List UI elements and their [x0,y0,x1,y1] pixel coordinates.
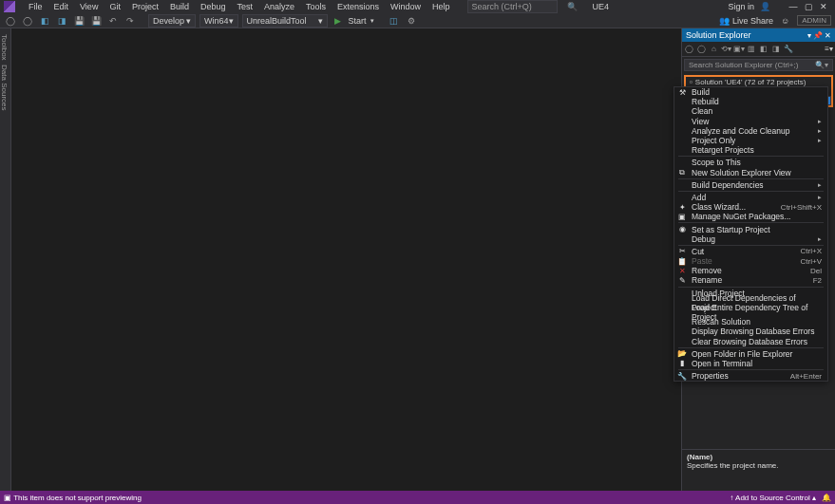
panel-dropdown-icon[interactable]: ▾ [807,31,811,40]
ctx-load-tree[interactable]: Load Entire Dependency Tree of Project [674,308,827,317]
house-icon[interactable]: ⌂ [709,44,719,54]
ctx-rebuild[interactable]: Rebuild [674,97,827,106]
ctx-scope[interactable]: Scope to This [674,158,827,167]
props-icon[interactable]: ◧ [758,44,769,54]
solution-explorer-toolbar: ◯ ◯ ⌂ ⟲▾ ▣▾ ▥ ◧ ◨ 🔧 ≡▾ [682,42,835,57]
search-icon: 🔍▾ [815,61,828,69]
save-all-icon[interactable]: 💾 [89,14,103,28]
config-select[interactable]: Develop▾ [148,14,196,28]
terminal-icon: ▮ [677,359,687,367]
save-icon[interactable]: 💾 [72,14,85,28]
editor-area [11,28,681,491]
sort-icon[interactable]: ≡▾ [825,45,833,53]
ctx-browse-err[interactable]: Display Browsing Database Errors [674,327,827,336]
menu-build[interactable]: Build [164,2,195,11]
ctx-build-deps[interactable]: Build Dependencies▸ [674,180,827,190]
maximize-button[interactable]: ▢ [801,0,816,13]
menu-tools[interactable]: Tools [300,2,332,11]
ctx-paste: 📋PasteCtrl+V [674,256,827,266]
ctx-nuget[interactable]: ▣Manage NuGet Packages... [674,212,827,221]
solution-explorer-header: Solution Explorer ▾ 📌 ✕ [682,28,835,42]
start-label[interactable]: Start [349,16,367,26]
menu-help[interactable]: Help [427,2,456,11]
ctx-retarget[interactable]: Retarget Projects [674,145,827,155]
toolbox-tab[interactable]: Toolbox [0,34,9,61]
feedback-icon[interactable]: ☺ [781,16,789,26]
sign-in-link[interactable]: Sign in [728,2,754,11]
separator [678,369,824,370]
panel-close-icon[interactable]: ✕ [825,31,831,40]
sync-icon[interactable]: ⟲▾ [721,44,731,54]
close-button[interactable]: ✕ [816,0,831,13]
menu-test[interactable]: Test [231,2,258,11]
ctx-analyze[interactable]: Analyze and Code Cleanup▸ [674,126,827,136]
ctx-new-view[interactable]: ⧉New Solution Explorer View [674,168,827,177]
menu-file[interactable]: File [23,2,48,11]
source-control-link[interactable]: ↑ Add to Source Control ▴ [730,494,816,502]
main-toolbar: ◯ ◯ ◧ ◨ 💾 💾 ↶ ↷ Develop▾ Win64▾ UnrealBu… [0,13,835,28]
window-title: UE4 [593,2,610,11]
tree-solution-node[interactable]: ▫ Solution 'UE4' (72 of 72 projects) [686,77,831,86]
start-icon[interactable]: ▶ [332,14,345,28]
left-tool-rail: Toolbox Data Sources [0,28,11,491]
files-icon[interactable]: ▣▾ [733,44,744,54]
ctx-open-folder[interactable]: 📂Open Folder in File Explorer [674,349,827,359]
platform-select[interactable]: Win64▾ [199,14,238,28]
data-sources-tab[interactable]: Data Sources [0,65,9,110]
menu-extensions[interactable]: Extensions [332,2,385,11]
menu-git[interactable]: Git [104,2,126,11]
ctx-class-wizard[interactable]: ✦Class Wizard...Ctrl+Shift+X [674,202,827,212]
ctx-rescan[interactable]: Rescan Solution [674,317,827,327]
ctx-open-terminal[interactable]: ▮Open in Terminal [674,359,827,368]
show-all-icon[interactable]: ▥ [746,44,756,54]
ctx-add[interactable]: Add▸ [674,193,827,202]
redo-icon[interactable]: ↷ [123,14,137,28]
separator [678,287,824,288]
ctx-rename[interactable]: ✎RenameF2 [674,275,827,285]
undo-icon[interactable]: ↶ [106,14,120,28]
menu-edit[interactable]: Edit [48,2,75,11]
step-icon[interactable]: ◫ [388,14,401,28]
menu-view[interactable]: View [74,2,104,11]
panel-pin-icon[interactable]: 📌 [813,31,823,40]
nuget-icon: ▣ [677,213,687,221]
property-name-label: (Name) [687,453,830,461]
ctx-debug[interactable]: Debug▸ [674,234,827,244]
menu-analyze[interactable]: Analyze [258,2,300,11]
ctx-project-only[interactable]: Project Only▸ [674,136,827,145]
ctx-build[interactable]: ⚒Build [674,87,827,97]
separator [678,347,824,348]
open-icon[interactable]: ◨ [55,14,68,28]
cog-icon[interactable]: ⚙ [405,14,418,28]
menu-window[interactable]: Window [385,2,427,11]
solution-search-input[interactable]: Search Solution Explorer (Ctrl+;) 🔍▾ [684,59,833,71]
preview-icon[interactable]: ◨ [770,44,781,54]
live-share-link[interactable]: 👥 Live Share [719,16,773,26]
forward-icon[interactable]: ◯ [21,14,34,28]
ctx-cut[interactable]: ✂CutCtrl+X [674,247,827,256]
admin-badge: ADMIN [797,15,831,26]
ctx-properties[interactable]: 🔧PropertiesAlt+Enter [674,371,827,381]
separator [678,191,824,192]
wrench-icon[interactable]: 🔧 [783,44,793,54]
menu-debug[interactable]: Debug [195,2,232,11]
menu-project[interactable]: Project [126,2,164,11]
ctx-clean[interactable]: Clean [674,106,827,116]
ctx-clear-browse[interactable]: Clear Browsing Database Errors [674,337,827,346]
search-input[interactable]: Search (Ctrl+Q) [467,0,558,13]
minimize-button[interactable]: — [786,0,801,13]
ctx-startup[interactable]: ◉Set as Startup Project [674,224,827,233]
notifications-icon[interactable]: 🔔 [822,494,831,502]
menu-bar: File Edit View Git Project Build Debug T… [23,2,456,11]
search-icon[interactable]: 🔍 [567,2,578,11]
new-icon[interactable]: ◧ [38,14,51,28]
target-select[interactable]: UnrealBuildTool▾ [242,14,328,28]
ctx-view[interactable]: View▸ [674,117,827,126]
refresh-icon[interactable]: ◯ [696,44,707,54]
ctx-remove[interactable]: ✕RemoveDel [674,266,827,275]
build-icon: ⚒ [677,88,687,97]
home-icon[interactable]: ◯ [684,44,694,54]
user-icon[interactable]: 👤 [760,2,770,11]
cut-icon: ✂ [677,247,687,255]
back-icon[interactable]: ◯ [4,14,17,28]
